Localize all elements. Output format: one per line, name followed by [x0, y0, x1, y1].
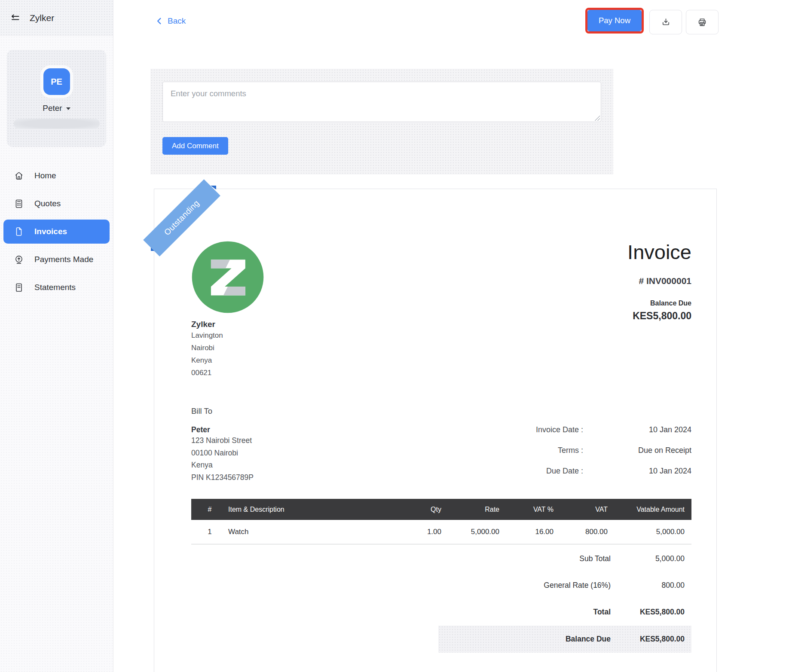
bill-to-address-line: 123 Nairobi Street — [191, 434, 254, 447]
balance-due-label: Balance Due — [627, 299, 691, 307]
org-logo — [191, 241, 264, 314]
download-button[interactable] — [649, 10, 682, 34]
statements-icon — [14, 282, 24, 293]
org-address-line: Kenya — [191, 354, 691, 367]
add-comment-button[interactable]: Add Comment — [162, 137, 228, 155]
invoice-title: Invoice — [627, 242, 691, 262]
invoice-date-value: 10 Jan 2024 — [583, 425, 691, 446]
org-block: Zylker Lavington Nairobi Kenya 00621 — [191, 189, 691, 379]
profile-name: Peter — [43, 104, 62, 113]
sidebar: Zylker PE Peter Home — [0, 0, 113, 672]
collapse-sidebar-icon[interactable] — [9, 13, 21, 23]
col-header-item: Item & Description — [228, 499, 406, 520]
balance-row-label: Balance Due — [566, 635, 611, 644]
chevron-down-icon — [66, 107, 70, 110]
cell-index: 1 — [191, 520, 228, 544]
quotes-icon — [14, 199, 24, 209]
sidebar-item-label: Payments Made — [34, 255, 93, 264]
subtotal-row: Sub Total 5,000.00 — [191, 546, 691, 572]
sidebar-item-payments-made[interactable]: Payments Made — [3, 247, 110, 272]
invoice-number: # INV000001 — [627, 276, 691, 286]
pay-now-highlight: Pay Now — [585, 8, 644, 34]
tax-row: General Rate (16%) 800.00 — [191, 572, 691, 599]
sidebar-nav: Home Quotes Invoices — [0, 164, 113, 299]
cell-item: Watch — [228, 520, 406, 544]
cell-vat-pct: 16.00 — [503, 520, 557, 544]
tax-label: General Rate (16%) — [544, 581, 611, 590]
balance-due-row: Balance Due KES5,800.00 — [438, 626, 691, 653]
invoice-date-label: Invoice Date : — [489, 425, 583, 446]
invoice-meta: Invoice Date : 10 Jan 2024 Terms : Due o… — [489, 406, 691, 487]
invoices-icon — [14, 226, 24, 237]
terms-label: Terms : — [489, 446, 583, 467]
table-header-row: # Item & Description Qty Rate VAT % VAT … — [191, 499, 691, 520]
sidebar-item-home[interactable]: Home — [3, 164, 110, 188]
totals-section: Sub Total 5,000.00 General Rate (16%) 80… — [191, 546, 691, 653]
col-header-rate: Rate — [445, 499, 503, 520]
bill-to-block: Bill To Peter 123 Nairobi Street 00100 N… — [191, 406, 254, 487]
avatar: PE — [43, 68, 70, 95]
bill-to-address-line: PIN K123456789P — [191, 471, 254, 484]
terms-row: Terms : Due on Receipt — [489, 446, 691, 467]
cell-vat: 800.00 — [557, 520, 611, 544]
back-button[interactable]: Back — [156, 16, 186, 26]
due-date-label: Due Date : — [489, 467, 583, 487]
invoice-header: Invoice # INV000001 Balance Due KES5,800… — [627, 242, 691, 322]
topbar-actions: Pay Now — [585, 8, 719, 34]
sidebar-item-invoices[interactable]: Invoices — [3, 220, 110, 244]
tax-value: 800.00 — [611, 581, 691, 590]
sidebar-item-label: Invoices — [34, 227, 67, 236]
profile-placeholder-bar — [14, 119, 100, 129]
brand-name: Zylker — [30, 13, 54, 23]
subtotal-label: Sub Total — [579, 554, 611, 563]
comment-input[interactable] — [162, 82, 601, 122]
bill-to-address-line: 00100 Nairobi — [191, 447, 254, 459]
org-address-line: 00621 — [191, 367, 691, 379]
org-name: Zylker — [191, 320, 691, 329]
invoice-document: Outstanding Invoice # INV000001 Balance … — [154, 189, 717, 672]
table-row: 1 Watch 1.00 5,000.00 16.00 800.00 5,000… — [191, 520, 691, 544]
terms-value: Due on Receipt — [583, 446, 691, 467]
line-items-table: # Item & Description Qty Rate VAT % VAT … — [191, 499, 691, 544]
comments-panel: Add Comment — [150, 69, 613, 174]
sidebar-header: Zylker — [0, 0, 113, 36]
home-icon — [14, 171, 24, 181]
print-icon — [697, 17, 707, 27]
sidebar-item-statements[interactable]: Statements — [3, 275, 110, 299]
profile-card: PE Peter — [7, 50, 106, 147]
profile-menu[interactable]: Peter — [7, 104, 106, 113]
cell-vatable-amount: 5,000.00 — [611, 520, 691, 544]
due-date-value: 10 Jan 2024 — [583, 467, 691, 487]
sidebar-item-quotes[interactable]: Quotes — [3, 192, 110, 216]
balance-due-amount: KES5,800.00 — [627, 310, 691, 322]
topbar: Back Pay Now — [113, 0, 789, 34]
parties-row: Bill To Peter 123 Nairobi Street 00100 N… — [191, 406, 691, 487]
sidebar-item-label: Home — [34, 171, 56, 180]
payments-made-icon — [14, 254, 24, 265]
col-header-qty: Qty — [406, 499, 445, 520]
col-header-vat: VAT — [557, 499, 611, 520]
total-row: Total KES5,800.00 — [191, 599, 691, 626]
back-label: Back — [168, 16, 186, 26]
org-address-line: Lavington — [191, 329, 691, 342]
main-content: Back Pay Now — [113, 0, 789, 672]
sidebar-item-label: Statements — [34, 283, 76, 292]
col-header-index: # — [191, 499, 228, 520]
bill-to-name: Peter — [191, 425, 254, 434]
total-value: KES5,800.00 — [611, 608, 691, 617]
col-header-vat-pct: VAT % — [503, 499, 557, 520]
due-date-row: Due Date : 10 Jan 2024 — [489, 467, 691, 487]
sidebar-item-label: Quotes — [34, 199, 61, 208]
print-button[interactable] — [686, 10, 719, 34]
pay-now-button[interactable]: Pay Now — [587, 10, 642, 31]
invoice-date-row: Invoice Date : 10 Jan 2024 — [489, 425, 691, 446]
bill-to-label: Bill To — [191, 406, 254, 416]
col-header-vatable-amount: Vatable Amount — [611, 499, 691, 520]
org-address-line: Nairobi — [191, 342, 691, 354]
subtotal-value: 5,000.00 — [611, 554, 691, 563]
cell-qty: 1.00 — [406, 520, 445, 544]
cell-rate: 5,000.00 — [445, 520, 503, 544]
total-label: Total — [593, 608, 611, 617]
balance-row-value: KES5,800.00 — [611, 635, 691, 644]
download-icon — [661, 17, 671, 27]
